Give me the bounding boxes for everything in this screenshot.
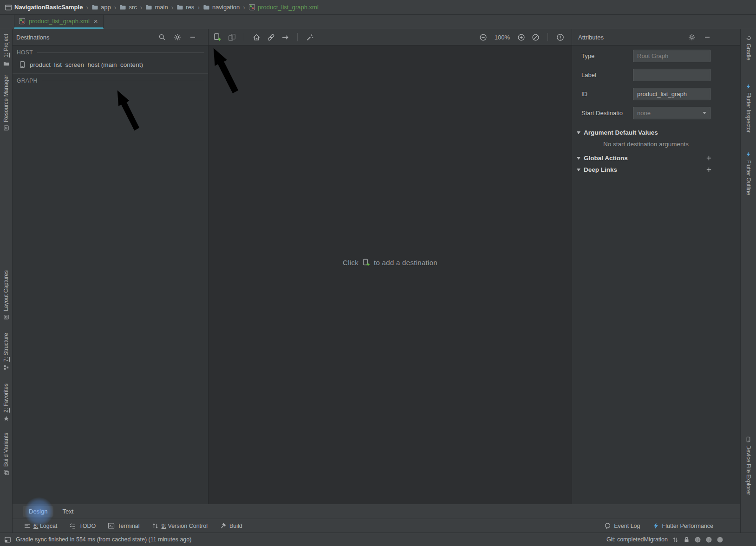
- nav-graph-file-icon: [19, 18, 26, 25]
- sidebar-item-resource-manager[interactable]: Resource Manager: [3, 75, 9, 131]
- project-icon: [3, 60, 9, 66]
- breadcrumb: NavigationBasicSample › app › src › main…: [0, 0, 756, 15]
- toolwindow-version-control[interactable]: 9: Version Control: [152, 522, 208, 529]
- device-file-explorer-icon: [745, 436, 751, 442]
- version-control-icon: [152, 522, 159, 529]
- zoom-to-fit-icon[interactable]: [530, 32, 541, 42]
- host-list-item[interactable]: product_list_screen_host (main_content): [13, 59, 208, 71]
- stripe-label: Resource Manager: [3, 75, 9, 122]
- breadcrumb-item-src[interactable]: src: [119, 4, 137, 11]
- search-icon[interactable]: [157, 32, 167, 42]
- gear-icon[interactable]: [687, 32, 697, 42]
- host-header-label: HOST: [17, 49, 33, 56]
- toolwindow-build[interactable]: Build: [220, 522, 242, 529]
- stripe-label: Device File Explorer: [745, 445, 752, 495]
- git-branch-widget[interactable]: Git: completedMigration: [606, 536, 668, 543]
- field-type: Type Root Graph: [572, 46, 740, 65]
- stripe-label: Build Variants: [3, 433, 9, 467]
- gradle-icon: [745, 35, 751, 41]
- label-input[interactable]: [633, 69, 710, 81]
- sidebar-item-flutter-outline[interactable]: Flutter Outline: [745, 151, 752, 195]
- breadcrumb-separator-icon: ›: [243, 4, 245, 11]
- resource-manager-icon: [3, 125, 9, 131]
- section-deep-links[interactable]: Deep Links: [572, 164, 740, 176]
- toolwindow-flutter-performance[interactable]: Flutter Performance: [652, 522, 713, 529]
- field-label: Label: [572, 65, 740, 84]
- sidebar-item-project[interactable]: 1: Project: [3, 34, 9, 66]
- nav-graph-canvas[interactable]: Click to add a destination: [209, 46, 572, 504]
- breadcrumb-item-file[interactable]: product_list_graph.xml: [248, 4, 319, 11]
- stripe-label: Flutter Outline: [745, 160, 752, 195]
- nav-editor-panels: Destinations HOST product_lis: [13, 29, 740, 504]
- flutter-bolt-icon: [745, 151, 751, 157]
- toolbar-separator: [547, 33, 548, 41]
- add-deep-link-icon[interactable]: [705, 166, 712, 173]
- id-input[interactable]: product_list_graph: [633, 88, 710, 100]
- sidebar-item-layout-captures[interactable]: Layout Captures: [3, 270, 9, 320]
- field-start-destination: Start Destinatio none: [572, 104, 740, 123]
- toolwindow-switcher-icon[interactable]: [4, 536, 11, 543]
- nested-graph-icon[interactable]: [227, 32, 237, 42]
- breadcrumb-item-res[interactable]: res: [176, 4, 194, 11]
- sidebar-item-flutter-inspector[interactable]: Flutter Inspector: [745, 84, 752, 133]
- sidebar-item-device-file-explorer[interactable]: Device File Explorer: [745, 436, 752, 495]
- gear-icon[interactable]: [172, 32, 182, 42]
- toolwindow-label: Terminal: [117, 523, 139, 529]
- smiley-face-icon[interactable]: [705, 536, 712, 543]
- logcat-icon: [24, 522, 31, 529]
- editor-center: Destinations HOST product_lis: [13, 29, 740, 533]
- canvas-empty-state: Click to add a destination: [209, 259, 572, 266]
- no-arguments-text: No start destination arguments: [572, 138, 740, 152]
- attributes-panel: Attributes Type Root Graph Label: [572, 29, 740, 504]
- add-destination-icon[interactable]: [212, 32, 222, 42]
- breadcrumb-item-app[interactable]: app: [91, 4, 111, 11]
- section-global-actions[interactable]: Global Actions: [572, 152, 740, 164]
- sidebar-item-gradle[interactable]: Gradle: [745, 35, 752, 60]
- auto-arrange-wand-icon[interactable]: [305, 32, 315, 42]
- sidebar-item-build-variants[interactable]: Build Variants: [3, 433, 9, 475]
- deep-link-icon[interactable]: [266, 32, 276, 42]
- lock-icon[interactable]: [683, 536, 690, 543]
- hide-panel-icon[interactable]: [702, 32, 712, 42]
- breadcrumb-item-navigation[interactable]: navigation: [203, 4, 240, 11]
- breadcrumb-item-main[interactable]: main: [145, 4, 168, 11]
- action-arrow-icon[interactable]: [280, 32, 290, 42]
- zoom-in-icon[interactable]: [516, 32, 526, 42]
- flutter-bolt-icon: [652, 522, 659, 529]
- graph-header-label: GRAPH: [17, 78, 38, 84]
- assign-start-home-icon[interactable]: [251, 32, 261, 42]
- field-label: Type: [581, 52, 633, 59]
- zoom-out-icon[interactable]: [478, 32, 489, 42]
- add-destination-icon: [362, 259, 370, 266]
- toolwindow-terminal[interactable]: Terminal: [108, 522, 139, 529]
- field-label: ID: [581, 91, 633, 98]
- type-input[interactable]: Root Graph: [633, 50, 710, 62]
- tab-text[interactable]: Text: [56, 506, 79, 517]
- start-destination-dropdown[interactable]: none: [633, 107, 710, 119]
- tab-design[interactable]: Design: [23, 506, 53, 517]
- git-update-arrows-icon[interactable]: [672, 536, 679, 543]
- collapse-triangle-icon: [577, 157, 580, 160]
- section-argument-default-values[interactable]: Argument Default Values: [572, 127, 740, 138]
- hide-panel-icon[interactable]: [188, 32, 198, 42]
- main-area: 1: Project Resource Manager Layout Captu…: [0, 29, 756, 533]
- sidebar-item-structure[interactable]: 7: Structure: [3, 333, 9, 370]
- folder-icon: [119, 4, 126, 11]
- toolwindow-event-log[interactable]: Event Log: [604, 522, 640, 529]
- zoom-level: 100%: [495, 34, 510, 41]
- tab-product-list-graph[interactable]: product_list_graph.xml ×: [14, 15, 104, 29]
- project-window-icon: [5, 4, 12, 11]
- toolwindow-todo[interactable]: TODO: [69, 522, 96, 529]
- right-tool-stripe: Gradle Flutter Inspector Flutter Outline…: [740, 29, 756, 533]
- sidebar-item-favorites[interactable]: 2: Favorites: [3, 384, 9, 422]
- breadcrumb-project[interactable]: NavigationBasicSample: [14, 4, 83, 11]
- stripe-label: 1: Project: [3, 34, 9, 58]
- issues-panel-icon[interactable]: [555, 32, 565, 42]
- smiley-face-icon[interactable]: [694, 536, 701, 543]
- breadcrumb-label: main: [155, 4, 168, 11]
- host-section-header: HOST: [13, 46, 208, 59]
- close-icon[interactable]: ×: [93, 18, 99, 25]
- add-global-action-icon[interactable]: [705, 155, 712, 162]
- toolwindow-logcat[interactable]: 6: Logcat: [24, 522, 57, 529]
- breadcrumb-separator-icon: ›: [171, 4, 174, 11]
